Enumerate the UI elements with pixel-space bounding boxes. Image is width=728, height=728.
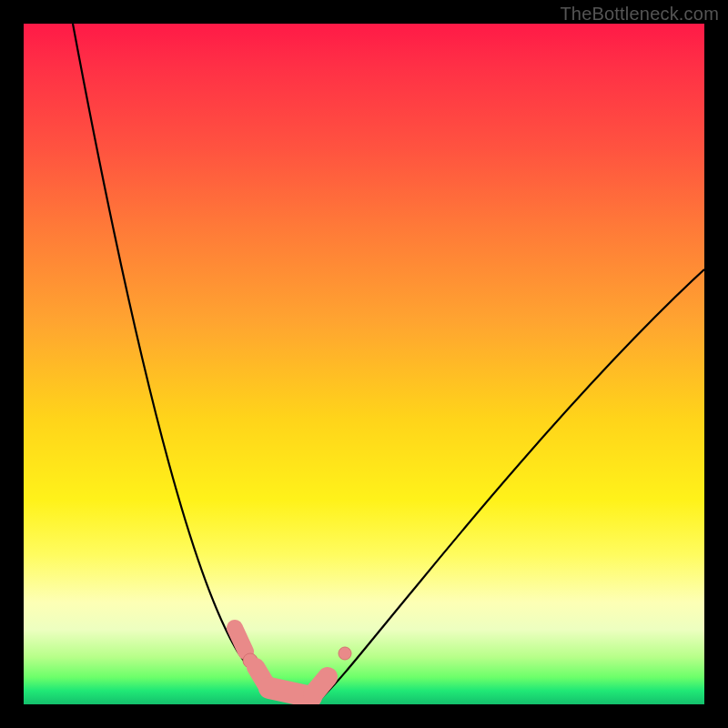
marker-dot-2 xyxy=(339,647,351,660)
marker-capsule-1 xyxy=(235,628,246,652)
right-curve xyxy=(320,269,704,699)
plot-area xyxy=(24,24,704,704)
watermark-text: TheBottleneck.com xyxy=(560,4,719,25)
chart-svg xyxy=(24,24,704,704)
outer-frame: TheBottleneck.com xyxy=(0,0,728,728)
marker-capsule-4 xyxy=(313,677,328,694)
left-curve xyxy=(73,24,280,699)
